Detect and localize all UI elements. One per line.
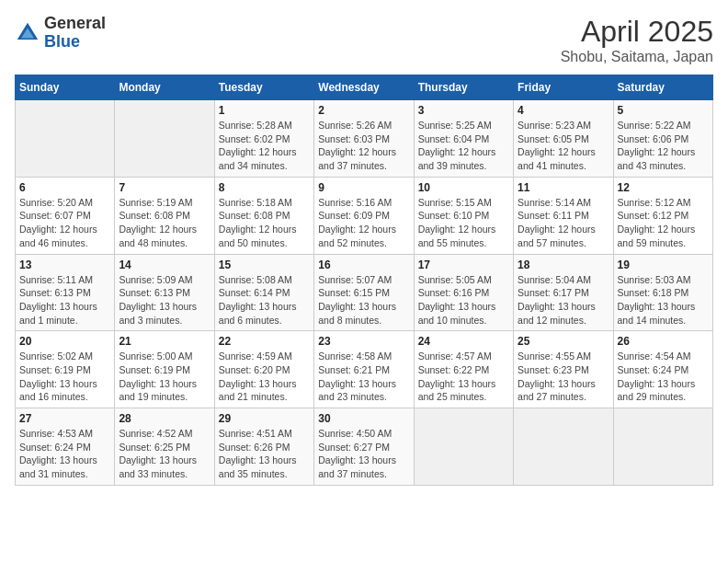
day-info: Sunrise: 4:54 AMSunset: 6:24 PMDaylight:…	[618, 350, 709, 404]
calendar-day-cell	[613, 408, 712, 486]
calendar-day-cell	[414, 408, 513, 486]
day-number: 20	[19, 335, 110, 348]
day-number: 11	[518, 181, 609, 194]
calendar-day-cell: 21Sunrise: 5:00 AMSunset: 6:19 PMDayligh…	[115, 331, 214, 408]
logo-blue-text: Blue	[44, 33, 106, 52]
calendar-day-cell: 24Sunrise: 4:57 AMSunset: 6:22 PMDayligh…	[414, 331, 513, 408]
calendar-day-cell: 8Sunrise: 5:18 AMSunset: 6:08 PMDaylight…	[214, 177, 313, 254]
calendar-day-cell: 5Sunrise: 5:22 AMSunset: 6:06 PMDaylight…	[613, 100, 712, 178]
day-info: Sunrise: 5:07 AMSunset: 6:15 PMDaylight:…	[318, 273, 409, 327]
day-info: Sunrise: 4:55 AMSunset: 6:23 PMDaylight:…	[518, 350, 609, 404]
logo: General Blue	[15, 15, 106, 52]
calendar-day-cell: 23Sunrise: 4:58 AMSunset: 6:21 PMDayligh…	[314, 331, 414, 408]
calendar-week-row: 27Sunrise: 4:53 AMSunset: 6:24 PMDayligh…	[16, 408, 713, 486]
day-info: Sunrise: 5:09 AMSunset: 6:13 PMDaylight:…	[119, 273, 210, 327]
calendar-title: April 2025	[561, 15, 713, 49]
day-info: Sunrise: 5:25 AMSunset: 6:04 PMDaylight:…	[418, 119, 509, 173]
day-number: 21	[119, 335, 210, 348]
day-info: Sunrise: 4:52 AMSunset: 6:25 PMDaylight:…	[119, 427, 210, 481]
page-header: General Blue April 2025 Shobu, Saitama, …	[15, 15, 713, 65]
day-of-week-header: Monday	[115, 75, 214, 100]
calendar-day-cell	[16, 100, 115, 178]
day-number: 7	[119, 181, 210, 194]
day-number: 10	[418, 181, 509, 194]
day-number: 12	[618, 181, 709, 194]
calendar-day-cell: 9Sunrise: 5:16 AMSunset: 6:09 PMDaylight…	[314, 177, 414, 254]
calendar-day-cell: 15Sunrise: 5:08 AMSunset: 6:14 PMDayligh…	[214, 254, 313, 331]
day-info: Sunrise: 5:26 AMSunset: 6:03 PMDaylight:…	[318, 119, 409, 173]
day-number: 28	[119, 412, 210, 425]
calendar-day-cell: 14Sunrise: 5:09 AMSunset: 6:13 PMDayligh…	[115, 254, 214, 331]
title-block: April 2025 Shobu, Saitama, Japan	[561, 15, 713, 65]
day-number: 5	[618, 104, 709, 117]
calendar-week-row: 20Sunrise: 5:02 AMSunset: 6:19 PMDayligh…	[16, 331, 713, 408]
calendar-day-cell: 11Sunrise: 5:14 AMSunset: 6:11 PMDayligh…	[514, 177, 613, 254]
calendar-day-cell: 6Sunrise: 5:20 AMSunset: 6:07 PMDaylight…	[16, 177, 115, 254]
day-number: 22	[219, 335, 310, 348]
calendar-day-cell: 22Sunrise: 4:59 AMSunset: 6:20 PMDayligh…	[214, 331, 313, 408]
calendar-week-row: 13Sunrise: 5:11 AMSunset: 6:13 PMDayligh…	[16, 254, 713, 331]
calendar-day-cell: 28Sunrise: 4:52 AMSunset: 6:25 PMDayligh…	[115, 408, 214, 486]
day-number: 15	[219, 259, 310, 271]
logo-icon	[15, 20, 40, 46]
calendar-day-cell: 25Sunrise: 4:55 AMSunset: 6:23 PMDayligh…	[514, 331, 613, 408]
day-info: Sunrise: 5:00 AMSunset: 6:19 PMDaylight:…	[119, 350, 210, 404]
calendar-day-cell: 2Sunrise: 5:26 AMSunset: 6:03 PMDaylight…	[314, 100, 414, 178]
calendar-day-cell: 4Sunrise: 5:23 AMSunset: 6:05 PMDaylight…	[514, 100, 613, 178]
day-number: 19	[618, 259, 709, 271]
day-info: Sunrise: 4:51 AMSunset: 6:26 PMDaylight:…	[219, 427, 310, 481]
calendar-day-cell: 29Sunrise: 4:51 AMSunset: 6:26 PMDayligh…	[214, 408, 313, 486]
day-of-week-header: Friday	[514, 75, 613, 100]
day-number: 18	[518, 259, 609, 271]
day-number: 24	[418, 335, 509, 348]
calendar-day-cell: 12Sunrise: 5:12 AMSunset: 6:12 PMDayligh…	[613, 177, 712, 254]
calendar-day-cell: 26Sunrise: 4:54 AMSunset: 6:24 PMDayligh…	[613, 331, 712, 408]
day-number: 23	[318, 335, 409, 348]
calendar-table: SundayMondayTuesdayWednesdayThursdayFrid…	[15, 75, 713, 486]
calendar-day-cell: 17Sunrise: 5:05 AMSunset: 6:16 PMDayligh…	[414, 254, 513, 331]
day-info: Sunrise: 4:57 AMSunset: 6:22 PMDaylight:…	[418, 350, 509, 404]
day-number: 6	[19, 181, 110, 194]
day-info: Sunrise: 4:53 AMSunset: 6:24 PMDaylight:…	[19, 427, 110, 481]
calendar-day-cell: 16Sunrise: 5:07 AMSunset: 6:15 PMDayligh…	[314, 254, 414, 331]
day-info: Sunrise: 4:58 AMSunset: 6:21 PMDaylight:…	[318, 350, 409, 404]
day-number: 9	[318, 181, 409, 194]
day-number: 27	[19, 412, 110, 425]
day-number: 13	[19, 259, 110, 271]
day-info: Sunrise: 5:02 AMSunset: 6:19 PMDaylight:…	[19, 350, 110, 404]
day-of-week-header: Tuesday	[214, 75, 313, 100]
day-info: Sunrise: 5:23 AMSunset: 6:05 PMDaylight:…	[518, 119, 609, 173]
calendar-day-cell: 1Sunrise: 5:28 AMSunset: 6:02 PMDaylight…	[214, 100, 313, 178]
day-number: 4	[518, 104, 609, 117]
calendar-body: 1Sunrise: 5:28 AMSunset: 6:02 PMDaylight…	[16, 100, 713, 486]
day-number: 14	[119, 259, 210, 271]
calendar-day-cell: 30Sunrise: 4:50 AMSunset: 6:27 PMDayligh…	[314, 408, 414, 486]
day-info: Sunrise: 4:59 AMSunset: 6:20 PMDaylight:…	[219, 350, 310, 404]
day-number: 17	[418, 259, 509, 271]
day-info: Sunrise: 5:19 AMSunset: 6:08 PMDaylight:…	[119, 196, 210, 250]
day-info: Sunrise: 5:05 AMSunset: 6:16 PMDaylight:…	[418, 273, 509, 327]
calendar-header: SundayMondayTuesdayWednesdayThursdayFrid…	[16, 75, 713, 100]
day-number: 1	[219, 104, 310, 117]
day-of-week-header: Thursday	[414, 75, 513, 100]
calendar-day-cell	[115, 100, 214, 178]
day-info: Sunrise: 5:08 AMSunset: 6:14 PMDaylight:…	[219, 273, 310, 327]
day-of-week-header: Saturday	[613, 75, 712, 100]
day-info: Sunrise: 5:22 AMSunset: 6:06 PMDaylight:…	[618, 119, 709, 173]
day-info: Sunrise: 5:18 AMSunset: 6:08 PMDaylight:…	[219, 196, 310, 250]
day-number: 25	[518, 335, 609, 348]
day-of-week-header: Wednesday	[314, 75, 414, 100]
day-number: 30	[318, 412, 409, 425]
day-info: Sunrise: 5:28 AMSunset: 6:02 PMDaylight:…	[219, 119, 310, 173]
calendar-week-row: 1Sunrise: 5:28 AMSunset: 6:02 PMDaylight…	[16, 100, 713, 178]
calendar-week-row: 6Sunrise: 5:20 AMSunset: 6:07 PMDaylight…	[16, 177, 713, 254]
calendar-day-cell	[514, 408, 613, 486]
day-info: Sunrise: 4:50 AMSunset: 6:27 PMDaylight:…	[318, 427, 409, 481]
day-info: Sunrise: 5:03 AMSunset: 6:18 PMDaylight:…	[618, 273, 709, 327]
day-number: 29	[219, 412, 310, 425]
calendar-day-cell: 27Sunrise: 4:53 AMSunset: 6:24 PMDayligh…	[16, 408, 115, 486]
day-number: 8	[219, 181, 310, 194]
day-info: Sunrise: 5:20 AMSunset: 6:07 PMDaylight:…	[19, 196, 110, 250]
calendar-subtitle: Shobu, Saitama, Japan	[561, 49, 713, 65]
day-info: Sunrise: 5:14 AMSunset: 6:11 PMDaylight:…	[518, 196, 609, 250]
